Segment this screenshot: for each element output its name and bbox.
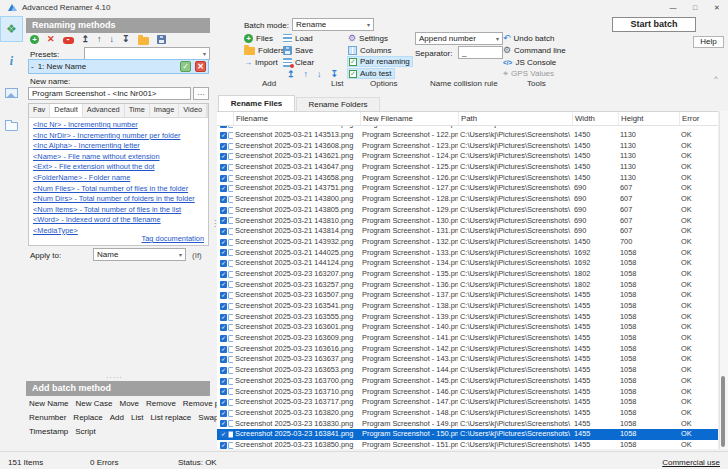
table-row[interactable]: Screenshot 2025-03-23 163507.png Program… (217, 290, 718, 301)
table-row[interactable]: Screenshot 2025-03-23 163820.png Program… (217, 408, 718, 419)
batch-method-link[interactable]: Timestamp (29, 427, 68, 436)
move-file-down-icon[interactable] (317, 69, 322, 79)
tag-tab[interactable]: Time (125, 104, 150, 117)
save-preset-icon[interactable] (157, 35, 166, 44)
tag-link[interactable]: <Inc Alpha> - Incrementing letter (33, 141, 208, 152)
close-button[interactable] (706, 0, 728, 15)
row-checkbox[interactable] (220, 196, 227, 203)
move-file-bottom-icon[interactable] (331, 69, 339, 79)
tag-link[interactable]: <Num Items> - Total number of files in t… (33, 205, 208, 216)
table-scrollbar-thumb[interactable] (721, 376, 725, 447)
row-checkbox[interactable] (220, 410, 227, 417)
table-row[interactable]: Screenshot 2025-03-23 163710.png Program… (217, 387, 718, 398)
header-new-filename[interactable]: New Filename (360, 112, 458, 125)
row-checkbox[interactable] (220, 442, 227, 449)
tag-tab[interactable]: Default (50, 104, 82, 117)
move-file-up-icon[interactable] (304, 69, 309, 79)
if-link[interactable]: (If) (192, 251, 202, 260)
clear-methods-icon[interactable] (63, 37, 74, 44)
table-row[interactable]: Screenshot 2025-03-23 163850.png Program… (217, 440, 718, 449)
row-checkbox[interactable] (220, 367, 227, 374)
row-checkbox[interactable] (220, 356, 227, 363)
row-checkbox[interactable] (220, 303, 227, 310)
tag-link[interactable]: <Word> - Indexed word of the filename (33, 215, 208, 226)
row-checkbox[interactable] (220, 175, 227, 182)
help-button[interactable]: Help (693, 36, 724, 48)
tag-tab[interactable]: Advanced (83, 104, 125, 117)
add-method-icon[interactable] (30, 35, 39, 44)
table-row[interactable]: Screenshot 2025-03-23 163601.png Program… (217, 322, 718, 333)
table-row[interactable]: Screenshot 2025-03-21 143647.png Program… (217, 162, 718, 173)
save-button[interactable]: Save (283, 45, 313, 56)
tab-rename-files[interactable]: Rename Files (218, 95, 295, 112)
methods-panel-button[interactable] (0, 16, 23, 42)
start-batch-button[interactable]: Start batch (612, 17, 696, 32)
header-width[interactable]: Width (572, 112, 618, 125)
clear-button[interactable]: Clear (283, 57, 314, 68)
table-row[interactable]: Screenshot 2025-03-21 143513.png Program… (217, 130, 718, 141)
batch-method-link[interactable]: New Case (76, 399, 113, 408)
table-row[interactable]: Screenshot 2025-03-23 163541.png Program… (217, 301, 718, 312)
table-row[interactable]: Screenshot 2025-03-23 163653.png Program… (217, 365, 718, 376)
move-top-icon[interactable] (82, 34, 90, 44)
row-checkbox[interactable] (220, 239, 227, 246)
open-preset-icon[interactable] (138, 37, 149, 45)
method-delete-button[interactable] (195, 61, 206, 72)
table-row[interactable]: Screenshot 2025-03-23 163700.png Program… (217, 376, 718, 387)
row-checkbox[interactable] (220, 292, 227, 299)
tab-rename-folders[interactable]: Rename Folders (296, 97, 380, 112)
table-row[interactable]: Screenshot 2025-03-21 143658.png Program… (217, 173, 718, 184)
table-row[interactable]: Screenshot 2025-03-21 143621.png Program… (217, 151, 718, 162)
tag-tab[interactable]: Image (150, 104, 180, 117)
row-checkbox[interactable] (220, 346, 227, 353)
tag-link[interactable]: <Inc NrDir> - Incrementing number per fo… (33, 131, 208, 142)
header-filename[interactable]: Filename (233, 112, 360, 125)
table-row[interactable]: Screenshot 2025-03-21 143932.png Program… (217, 237, 718, 248)
method-apply-checkbox[interactable] (180, 61, 191, 72)
batch-method-link[interactable]: Script (75, 427, 95, 436)
collision-rule-combo[interactable]: Append number (415, 32, 503, 45)
row-checkbox[interactable] (220, 335, 227, 342)
row-checkbox[interactable] (220, 388, 227, 395)
tag-link[interactable]: <Num Dirs> - Total number of folders in … (33, 194, 208, 205)
collapse-toolbar-icon[interactable] (714, 74, 718, 83)
row-checkbox[interactable] (220, 324, 227, 331)
table-row[interactable]: Screenshot 2025-03-21 143608.png Program… (217, 141, 718, 152)
delete-method-icon[interactable] (47, 35, 55, 44)
batch-method-link[interactable]: Move (119, 399, 139, 408)
table-row[interactable]: Screenshot 2025-03-23 163841.png Program… (217, 429, 718, 440)
tag-tab[interactable]: Video (179, 104, 207, 117)
separator-input[interactable]: _ (458, 46, 503, 59)
table-row[interactable]: Screenshot 2025-03-23 163616.png Program… (217, 344, 718, 355)
tag-link[interactable]: <FolderName> - Folder name (33, 173, 208, 184)
row-checkbox[interactable] (220, 399, 227, 406)
row-checkbox[interactable] (220, 314, 227, 321)
table-row[interactable]: Screenshot 2025-03-21 143805.png Program… (217, 205, 718, 216)
pair-renaming-toggle[interactable]: Pair renaming (347, 56, 413, 67)
tag-link[interactable]: <Inc Nr> - Incrementing number (33, 120, 208, 131)
row-checkbox[interactable] (220, 281, 227, 288)
table-row[interactable]: Screenshot 2025-03-23 163830.png Program… (217, 419, 718, 430)
image-panel-button[interactable] (0, 80, 23, 106)
method-collapse-toggle[interactable]: - (31, 62, 34, 71)
header-select-column[interactable] (217, 112, 233, 125)
move-file-top-icon[interactable] (287, 69, 295, 79)
header-height[interactable]: Height (618, 112, 679, 125)
auto-test-toggle[interactable]: Auto test (347, 68, 395, 79)
move-down-icon[interactable] (110, 34, 115, 44)
columns-button[interactable]: Columns (348, 45, 392, 56)
batch-method-link[interactable]: List (131, 413, 143, 422)
row-checkbox[interactable] (220, 378, 227, 385)
method-item-new-name[interactable]: - 1: New Name (28, 59, 209, 74)
batch-method-link[interactable]: List replace (150, 413, 191, 422)
header-path[interactable]: Path (458, 112, 572, 125)
command-line-button[interactable]: Command line (503, 45, 566, 56)
row-checkbox[interactable] (220, 132, 227, 139)
row-checkbox[interactable] (220, 228, 227, 235)
row-checkbox[interactable] (220, 126, 227, 128)
row-checkbox[interactable] (220, 153, 227, 160)
row-checkbox[interactable] (220, 249, 227, 256)
table-row[interactable]: Screenshot 2025-03-23 163257.png Program… (217, 280, 718, 291)
js-console-button[interactable]: JS Console (503, 57, 556, 68)
tag-documentation-link[interactable]: Tag documentation (142, 234, 204, 243)
